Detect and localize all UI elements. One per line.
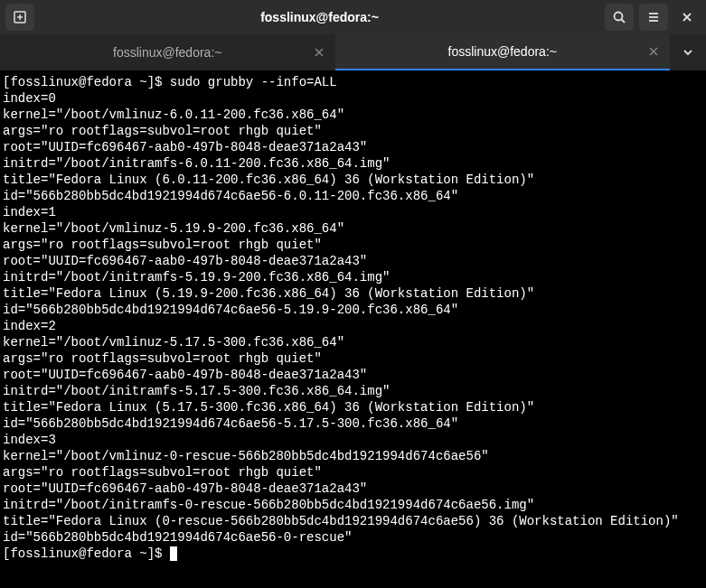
svg-line-4	[622, 20, 626, 23]
new-tab-button[interactable]	[5, 4, 34, 31]
tab-1[interactable]: fosslinux@fedora:~	[335, 34, 671, 70]
close-icon	[314, 47, 325, 58]
svg-point-3	[615, 13, 623, 21]
close-window-button[interactable]	[673, 4, 701, 31]
tab-label: fosslinux@fedora:~	[448, 44, 557, 59]
window-title: fosslinux@fedora:~	[40, 10, 599, 24]
chevron-down-icon	[682, 47, 693, 58]
close-icon	[681, 11, 693, 23]
tab-0[interactable]: fosslinux@fedora:~	[0, 34, 335, 70]
menu-button[interactable]	[639, 4, 668, 31]
close-icon	[648, 46, 659, 57]
tab-close-button[interactable]	[648, 46, 659, 57]
new-tab-icon	[13, 10, 27, 24]
terminal-cursor	[170, 546, 177, 561]
titlebar: fosslinux@fedora:~	[0, 0, 706, 34]
tab-close-button[interactable]	[314, 47, 325, 58]
tab-dropdown-button[interactable]	[670, 34, 706, 70]
hamburger-icon	[646, 10, 661, 24]
search-icon	[612, 10, 626, 24]
titlebar-controls	[605, 4, 701, 31]
search-button[interactable]	[605, 4, 634, 31]
tab-label: fosslinux@fedora:~	[113, 45, 221, 60]
tabbar: fosslinux@fedora:~ fosslinux@fedora:~	[0, 34, 706, 70]
terminal-output[interactable]: [fosslinux@fedora ~]$ sudo grubby --info…	[0, 70, 706, 588]
